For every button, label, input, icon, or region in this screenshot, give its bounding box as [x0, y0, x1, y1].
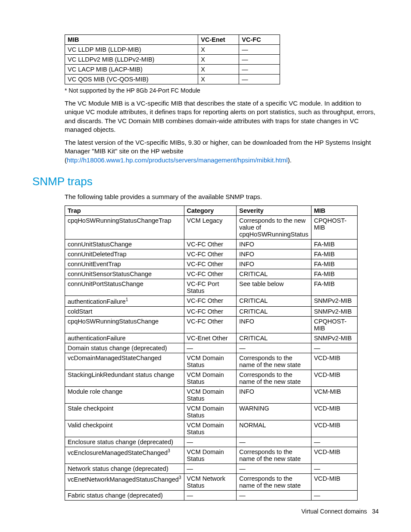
table-cell: X — [198, 75, 239, 84]
table-row: authenticationFailureVC-Enet OtherCRITIC… — [65, 333, 358, 343]
mib-cell: — — [311, 464, 357, 473]
severity-cell: CRITICAL — [237, 296, 311, 307]
table-row: VC LLDP MIB (LLDP-MIB)X— — [65, 45, 280, 55]
footer-page-number: 34 — [372, 508, 379, 515]
severity-cell: INFO — [237, 316, 311, 333]
table-cell: — — [239, 55, 280, 65]
category-cell: VC-FC Other — [184, 296, 237, 307]
category-cell: VCM Domain Status — [184, 420, 237, 437]
mib-cell: VCD-MIB — [311, 353, 357, 370]
mib-section: MIB VC-Enet VC-FC VC LLDP MIB (LLDP-MIB)… — [65, 34, 379, 165]
severity-cell: NORMAL — [237, 420, 311, 437]
snmp-section: The following table provides a summary o… — [65, 193, 379, 501]
col-vc-fc: VC-FC — [239, 35, 280, 45]
mib-footnote: * Not supported by the HP 8Gb 24-Port FC… — [65, 87, 379, 94]
mibkit-link[interactable]: http://h18006.www1.hp.com/products/serve… — [67, 156, 288, 164]
category-cell: — — [184, 490, 237, 500]
table-row: cpqHoSWRunningStatusChangeVC-FC OtherINF… — [65, 316, 358, 333]
table-row: coldStartVC-FC OtherCRITICALSNMPv2-MIB — [65, 306, 358, 316]
trap-cell: Module role change — [65, 386, 184, 403]
table-row: vcEnclosureManagedStateChanged3VCM Domai… — [65, 447, 358, 464]
category-cell: — — [184, 437, 237, 447]
table-header-row: Trap Category Severity MIB — [65, 206, 358, 216]
table-row: Fabric status change (deprecated)——— — [65, 490, 358, 500]
col-severity: Severity — [237, 206, 311, 216]
table-row: vcEnetNetworkManagedStatusChanged3VCM Ne… — [65, 473, 358, 490]
paragraph-1: The VC Module MIB is a VC-specific MIB t… — [65, 99, 379, 134]
severity-cell: Corresponds to the name of the new state — [237, 447, 311, 464]
trap-cell: authenticationFailure — [65, 333, 184, 343]
severity-cell: CRITICAL — [237, 269, 311, 279]
severity-cell: — — [237, 437, 311, 447]
mib-cell: SNMPv2-MIB — [311, 306, 357, 316]
severity-cell: CRITICAL — [237, 333, 311, 343]
table-cell: VC QOS MIB (VC-QOS-MIB) — [65, 75, 198, 84]
table-row: connUnitStatusChangeVC-FC OtherINFOFA-MI… — [65, 240, 358, 249]
category-cell: VCM Domain Status — [184, 386, 237, 403]
severity-cell: INFO — [237, 259, 311, 269]
table-row: VC LACP MIB (LACP-MIB)X— — [65, 65, 280, 75]
table-row: authenticationFailure1VC-FC OtherCRITICA… — [65, 296, 358, 307]
mib-cell: VCD-MIB — [311, 473, 357, 490]
page-footer: Virtual Connect domains 34 — [301, 508, 379, 515]
category-cell: VC-FC Other — [184, 306, 237, 316]
category-cell: VC-Enet Other — [184, 333, 237, 343]
table-row: Enclosure status change (deprecated)——— — [65, 437, 358, 447]
mib-cell: — — [311, 437, 357, 447]
trap-cell: Fabric status change (deprecated) — [65, 490, 184, 500]
trap-cell: connUnitEventTrap — [65, 259, 184, 269]
table-row: connUnitDeletedTrapVC-FC OtherINFOFA-MIB — [65, 249, 358, 259]
severity-cell: Corresponds to the name of the new state — [237, 370, 311, 386]
table-cell: VC LLDPv2 MIB (LLDPv2-MIB) — [65, 55, 198, 65]
mib-cell: CPQHOST-MIB — [311, 216, 357, 240]
table-row: VC QOS MIB (VC-QOS-MIB)X— — [65, 75, 280, 84]
category-cell: VC-FC Port Status — [184, 279, 237, 296]
trap-cell: cpqHoSWRunningStatusChangeTrap — [65, 216, 184, 240]
trap-cell: connUnitPortStatusChange — [65, 279, 184, 296]
mib-cell: VCD-MIB — [311, 370, 357, 386]
category-cell: VCM Domain Status — [184, 370, 237, 386]
mib-cell: VCD-MIB — [311, 447, 357, 464]
table-row: connUnitPortStatusChangeVC-FC Port Statu… — [65, 279, 358, 296]
section-intro: The following table provides a summary o… — [65, 193, 379, 201]
table-row: vcDomainManagedStateChangedVCM Domain St… — [65, 353, 358, 370]
severity-cell: — — [237, 490, 311, 500]
severity-cell: CRITICAL — [237, 306, 311, 316]
table-row: Domain status change (deprecated)——— — [65, 343, 358, 353]
severity-cell: Corresponds to the name of the new state — [237, 353, 311, 370]
trap-cell: vcEnclosureManagedStateChanged3 — [65, 447, 184, 464]
trap-cell: StackingLinkRedundant status change — [65, 370, 184, 386]
table-row: Network status change (deprecated)——— — [65, 464, 358, 473]
table-row: Module role changeVCM Domain StatusINFOV… — [65, 386, 358, 403]
mib-cell: FA-MIB — [311, 240, 357, 249]
trap-cell: Domain status change (deprecated) — [65, 343, 184, 353]
category-cell: — — [184, 343, 237, 353]
table-cell: — — [239, 45, 280, 55]
table-row: connUnitSensorStatusChangeVC-FC OtherCRI… — [65, 269, 358, 279]
category-cell: — — [184, 464, 237, 473]
table-cell: X — [198, 55, 239, 65]
trap-cell: connUnitStatusChange — [65, 240, 184, 249]
para2-post: ). — [288, 156, 292, 164]
mib-cell: VCM-MIB — [311, 386, 357, 403]
col-mib: MIB — [311, 206, 357, 216]
table-row: connUnitEventTrapVC-FC OtherINFOFA-MIB — [65, 259, 358, 269]
severity-cell: Corresponds to the new value of cpqHoSWR… — [237, 216, 311, 240]
section-heading-snmp-traps: SNMP traps — [32, 175, 379, 188]
mib-table: MIB VC-Enet VC-FC VC LLDP MIB (LLDP-MIB)… — [65, 34, 280, 84]
trap-cell: Enclosure status change (deprecated) — [65, 437, 184, 447]
table-row: StackingLinkRedundant status changeVCM D… — [65, 370, 358, 386]
trap-cell: cpqHoSWRunningStatusChange — [65, 316, 184, 333]
table-cell: VC LACP MIB (LACP-MIB) — [65, 65, 198, 75]
trap-cell: vcEnetNetworkManagedStatusChanged3 — [65, 473, 184, 490]
category-cell: VC-FC Other — [184, 259, 237, 269]
mib-cell: FA-MIB — [311, 259, 357, 269]
severity-cell: INFO — [237, 249, 311, 259]
trap-cell: coldStart — [65, 306, 184, 316]
category-cell: VCM Domain Status — [184, 353, 237, 370]
severity-cell: INFO — [237, 240, 311, 249]
col-vc-enet: VC-Enet — [198, 35, 239, 45]
table-row: VC LLDPv2 MIB (LLDPv2-MIB)X— — [65, 55, 280, 65]
table-cell: X — [198, 45, 239, 55]
trap-cell: vcDomainManagedStateChanged — [65, 353, 184, 370]
